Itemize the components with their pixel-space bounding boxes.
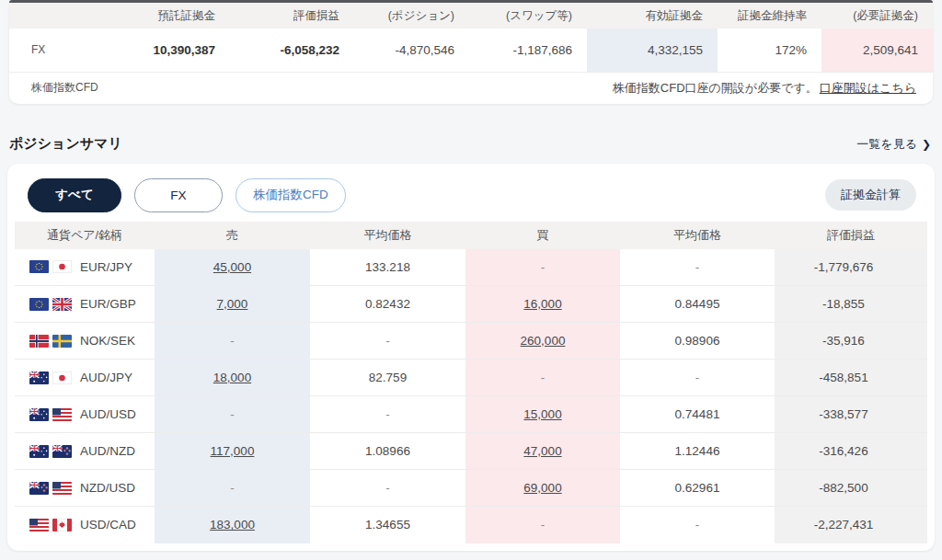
chevron-right-icon: ❯: [922, 138, 931, 151]
pair-name: NZD/USD: [80, 481, 135, 495]
position-row: AUD/JPY18,00082.759---458,851: [15, 360, 927, 396]
col-header-valuation-pnl: 評価損益: [230, 3, 354, 29]
col-header-swap: (スワップ等): [469, 3, 587, 29]
flag-nz-icon: [52, 445, 72, 458]
tab-index-cfd[interactable]: 株価指数CFD: [236, 178, 346, 212]
buy-qty-cell: -: [465, 360, 620, 396]
flag-jp-icon: [52, 371, 72, 384]
pair-name: AUD/NZD: [80, 444, 135, 458]
buy-qty-cell: 16,000: [465, 286, 620, 323]
buy-avg-price: 0.62961: [620, 470, 775, 507]
buy-avg-price: 0.98906: [620, 323, 775, 360]
sell-avg-price: -: [310, 470, 465, 507]
buy-avg-price: 1.12446: [620, 433, 775, 470]
pair-name: USD/CAD: [80, 518, 136, 531]
sell-avg-price: 82.759: [310, 360, 465, 396]
sell-avg-price: 1.08966: [310, 433, 465, 470]
pair-cell: EUR/GBP: [15, 286, 155, 323]
cfd-account-message: 株価指数CFD口座の開設が必要です。口座開設はこちら: [613, 80, 916, 97]
col-header-blank: [9, 3, 138, 29]
sell-qty-cell: -: [155, 323, 310, 360]
flag-au-icon: [29, 408, 49, 421]
flag-eu-icon: [29, 260, 49, 273]
view-all-link[interactable]: 一覧を見る❯: [856, 136, 931, 153]
flag-jp-icon: [52, 260, 72, 273]
flag-au-icon: [29, 445, 49, 458]
pair-name: EUR/GBP: [80, 297, 136, 311]
col-header-deposit-margin: 預託証拠金: [138, 3, 230, 29]
sell-qty-cell: 18,000: [155, 360, 310, 396]
buy-quantity-link[interactable]: 47,000: [523, 444, 561, 458]
buy-avg-price: -: [620, 360, 775, 396]
position-row: NOK/SEK--260,0000.98906-35,916: [15, 323, 927, 360]
flag-us-icon: [52, 482, 72, 495]
sell-avg-price: 0.82432: [310, 286, 465, 323]
tab-all[interactable]: すべて: [28, 178, 121, 212]
deposit-margin-value: 10,390,387: [138, 29, 230, 72]
sell-qty-cell: -: [155, 470, 310, 507]
position-row: USD/CAD183,0001.34655---2,227,431: [15, 507, 927, 543]
col-header-pnl: 評価損益: [775, 222, 927, 249]
valuation-pnl-value: -6,058,232: [230, 29, 354, 72]
flag-no-icon: [29, 335, 49, 348]
open-account-link[interactable]: 口座開設はこちら: [820, 81, 916, 95]
sell-quantity-link[interactable]: 117,000: [211, 444, 255, 458]
sell-quantity-link[interactable]: 18,000: [213, 371, 251, 384]
position-summary-card: すべて FX 株価指数CFD 証拠金計算 通貨ペア/銘柄 売 平均価格 買 平均…: [7, 164, 935, 551]
pair-cell: AUD/NZD: [15, 433, 155, 470]
pair-name: AUD/JPY: [80, 371, 132, 384]
pnl-value: -316,426: [775, 433, 927, 470]
pair-cell: USD/CAD: [15, 507, 155, 543]
account-header-row: 預託証拠金 評価損益 (ポジション) (スワップ等) 有効証拠金 証拠金維持率 …: [9, 3, 933, 29]
buy-avg-price: -: [620, 507, 775, 543]
position-summary-header: ポジションサマリ 一覧を見る❯: [7, 104, 935, 164]
pnl-value: -35,916: [775, 323, 927, 360]
sell-qty-cell: 45,000: [155, 249, 310, 286]
view-all-label: 一覧を見る: [856, 137, 917, 151]
flag-se-icon: [52, 335, 72, 348]
buy-quantity-link[interactable]: 16,000: [523, 297, 561, 311]
sell-qty-cell: -: [155, 396, 310, 433]
row-label-cfd: 株価指数CFD: [31, 80, 98, 96]
sell-quantity-empty: -: [230, 481, 235, 495]
pair-flags: [29, 335, 72, 348]
sell-qty-cell: 183,000: [155, 507, 310, 543]
buy-quantity-link[interactable]: 260,000: [521, 334, 566, 348]
sell-quantity-link[interactable]: 45,000: [213, 260, 251, 274]
position-row: EUR/GBP7,0000.8243216,0000.84495-18,855: [15, 286, 927, 323]
position-row: AUD/NZD117,0001.0896647,0001.12446-316,4…: [15, 433, 927, 470]
pair-cell: NZD/USD: [15, 470, 155, 507]
buy-avg-price: 0.74481: [620, 396, 775, 433]
pair-name: NOK/SEK: [80, 334, 135, 348]
col-header-effective-margin: 有効証拠金: [587, 3, 718, 29]
pair-name: EUR/JPY: [80, 260, 132, 274]
pair-cell: NOK/SEK: [15, 323, 155, 360]
required-margin-value: 2,509,641: [821, 29, 933, 72]
margin-calc-button[interactable]: 証拠金計算: [825, 179, 916, 211]
pair-cell: EUR/JPY: [15, 249, 155, 286]
pnl-value: -1,779,676: [775, 249, 927, 286]
buy-avg-price: 0.84495: [620, 286, 775, 323]
buy-quantity-empty: -: [541, 260, 546, 274]
col-header-buy: 買: [465, 222, 620, 249]
col-header-position: (ポジション): [354, 3, 469, 29]
sell-quantity-link[interactable]: 183,000: [210, 518, 255, 531]
flag-eu-icon: [29, 298, 49, 311]
pair-flags: [29, 408, 72, 421]
buy-qty-cell: 69,000: [465, 470, 620, 507]
buy-quantity-link[interactable]: 15,000: [523, 407, 561, 421]
flag-us-icon: [29, 519, 49, 531]
tab-fx[interactable]: FX: [134, 178, 223, 212]
buy-qty-cell: -: [465, 507, 620, 543]
swap-pnl-value: -1,187,686: [469, 29, 587, 72]
positions-table: 通貨ペア/銘柄 売 平均価格 買 平均価格 評価損益 EUR/JPY45,000…: [15, 222, 927, 543]
buy-quantity-empty: -: [541, 371, 546, 384]
col-header-pair: 通貨ペア/銘柄: [15, 222, 155, 249]
account-row-cfd: 株価指数CFD 株価指数CFD口座の開設が必要です。口座開設はこちら: [9, 73, 933, 104]
buy-quantity-link[interactable]: 69,000: [523, 481, 561, 495]
sell-quantity-link[interactable]: 7,000: [217, 297, 248, 311]
pair-flags: [29, 371, 72, 384]
margin-ratio-value: 172%: [718, 29, 821, 72]
row-label-fx: FX: [9, 29, 138, 72]
sell-avg-price: 133.218: [310, 249, 465, 286]
